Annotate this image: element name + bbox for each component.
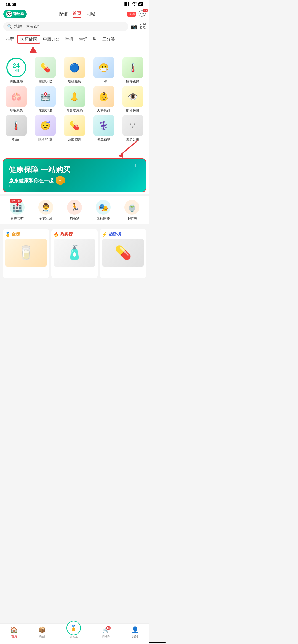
service-item-expert[interactable]: 👨‍⚕️ 专家在线 <box>38 200 53 221</box>
product-item-kids[interactable]: 👶 儿科药品 <box>90 86 118 113</box>
product-item-slim[interactable]: 💊 减肥塑身 <box>60 115 89 142</box>
product-item-cold[interactable]: 💊 感冒咳嗽 <box>31 57 60 84</box>
health-banner[interactable]: + 健康保障 一站购买 京东健康和你在一起 + + <box>3 158 146 192</box>
nav-tab-home[interactable]: 首页 <box>73 11 81 18</box>
service-row: 🏥 发热门诊 看病买药 👨‍⚕️ 专家在线 🏃 药急送 🎭 体检医美 🍵 中药房 <box>0 196 149 224</box>
service-label-delivery: 药急送 <box>70 216 79 221</box>
banner-plus-tl: + <box>134 162 137 168</box>
activity-button[interactable]: 活动 <box>127 12 136 17</box>
svg-line-12 <box>121 140 138 154</box>
section-divider-1 <box>0 194 149 196</box>
nav-tab-local[interactable]: 同城 <box>86 11 95 17</box>
shield-icon: + <box>56 176 65 186</box>
rankings-section: 🥇 金榜 🥛 🔥 热卖榜 🧴 ⚡ 趋势榜 💊 <box>0 226 149 278</box>
product-label-kids: 儿科药品 <box>97 108 110 113</box>
status-bar: 19:56 ▐▌▌ 45 <box>0 0 149 8</box>
product-item-more[interactable]: ● ● ▼ 更多分类 <box>119 115 147 142</box>
scan-icon[interactable] <box>140 23 146 30</box>
service-label-buy: 看病买药 <box>10 216 24 221</box>
product-label-slim: 减肥塑身 <box>68 137 81 142</box>
banner-plus-br: + <box>8 184 10 188</box>
rank-icon-gold: 🥇 <box>5 232 10 237</box>
search-bar: 🔍 📷 <box>0 20 149 33</box>
product-item-family[interactable]: 🏥 家庭护理 <box>31 86 60 113</box>
product-item-thermo[interactable]: 🌡️ 体温计 <box>2 115 30 142</box>
service-item-checkup[interactable]: 🎭 体检医美 <box>96 200 111 221</box>
banner-section: + 健康保障 一站购买 京东健康和你在一起 + + <box>0 155 149 194</box>
bottom-spacer <box>0 278 149 300</box>
product-grid-section: 24 小时 防疫直播 💊 感冒咳嗽 🔵 增强免疫 😷 口罩 <box>0 54 149 144</box>
rank-card-hot[interactable]: 🔥 热卖榜 🧴 <box>51 229 98 278</box>
search-icon: 🔍 <box>7 24 12 29</box>
svg-marker-13 <box>119 152 124 158</box>
search-input-wrap[interactable]: 🔍 <box>3 22 128 31</box>
message-badge: 23 <box>143 9 148 12</box>
rank-title-trend: 趋势榜 <box>109 232 121 237</box>
wifi-icon <box>132 2 137 7</box>
message-button[interactable]: 💬 23 <box>138 10 146 18</box>
product-item-eyemask[interactable]: 😴 眼罩/耳塞 <box>31 115 60 142</box>
service-item-buy[interactable]: 🏥 发热门诊 看病买药 <box>10 200 25 221</box>
rank-product-gold: 🥛 <box>5 239 47 267</box>
service-icon-delivery: 🏃 <box>67 200 82 215</box>
service-item-delivery[interactable]: 🏃 药急送 <box>67 200 82 221</box>
nav-tab-explore[interactable]: 探馆 <box>59 11 68 17</box>
fever-badge: 发热门诊 <box>10 199 22 203</box>
svg-line-10 <box>145 28 145 29</box>
product-label-mask: 口罩 <box>100 79 107 84</box>
rank-icon-trend: ⚡ <box>102 232 108 237</box>
rank-card-gold[interactable]: 🥇 金榜 🥛 <box>3 229 49 278</box>
nav-tabs: 探馆 首页 同城 <box>30 11 124 18</box>
cat-item-fresh[interactable]: 生鲜 <box>76 36 90 43</box>
product-label-family: 家庭护理 <box>39 108 52 113</box>
rank-title-hot: 热卖榜 <box>60 232 73 237</box>
status-icons: ▐▌▌ 45 <box>123 2 143 7</box>
banner-subtitle: 京东健康和你在一起 + <box>9 176 65 186</box>
product-label-wellness: 养生器械 <box>97 137 110 142</box>
product-item-eye[interactable]: 👁️ 眼部保健 <box>119 86 147 113</box>
logo-text: 球迷季 <box>13 12 24 17</box>
status-time: 19:56 <box>6 2 16 7</box>
cat-item-health[interactable]: 医药健康 <box>17 35 40 44</box>
battery-icon: 45 <box>138 2 143 6</box>
product-item-wellness[interactable]: ⚕️ 养生器械 <box>90 115 118 142</box>
cat-item-computer[interactable]: 电脑办公 <box>40 36 62 43</box>
product-label-respiratory: 呼吸系统 <box>10 108 23 113</box>
24h-circle: 24 小时 <box>6 58 26 77</box>
header-right: 活动 💬 23 <box>127 10 146 18</box>
product-item-respiratory[interactable]: 🫁 呼吸系统 <box>2 86 30 113</box>
camera-icon[interactable]: 📷 <box>131 23 137 30</box>
product-label-ent: 耳鼻喉用药 <box>66 108 83 113</box>
product-item-mask[interactable]: 😷 口罩 <box>90 57 118 84</box>
category-nav: 推荐 医药健康 电脑办公 手机 生鲜 男 三分类 <box>0 33 149 45</box>
svg-rect-5 <box>140 27 141 28</box>
service-icon-tcm: 🍵 <box>124 200 139 215</box>
search-input[interactable] <box>14 24 124 29</box>
product-label-cold: 感冒咳嗽 <box>39 79 52 84</box>
product-item-immune[interactable]: 🔵 增强免疫 <box>60 57 89 84</box>
cat-item-recommend[interactable]: 推荐 <box>3 36 17 43</box>
cat-item-men[interactable]: 男 <box>90 36 100 43</box>
cat-item-three[interactable]: 三分类 <box>100 36 118 43</box>
product-item-ent[interactable]: 👃 耳鼻喉用药 <box>60 86 89 113</box>
logo-badge[interactable]: 🐼 球迷季 <box>3 10 27 18</box>
service-label-tcm: 中药房 <box>127 216 137 221</box>
service-icon-buy: 🏥 发热门诊 <box>10 200 25 215</box>
service-item-tcm[interactable]: 🍵 中药房 <box>124 200 139 221</box>
rank-icon-hot: 🔥 <box>54 232 59 237</box>
product-label-eye: 眼部保健 <box>126 108 139 113</box>
banner-title: 健康保障 一站购买 <box>9 165 71 175</box>
product-label-thermo: 体温计 <box>11 137 21 142</box>
header: 🐼 球迷季 探馆 首页 同城 活动 💬 23 <box>0 8 149 20</box>
rank-header-gold: 🥇 金榜 <box>5 232 47 237</box>
rank-product-trend: 💊 <box>102 239 144 267</box>
product-item-fever[interactable]: 🌡️ 解热镇痛 <box>119 57 147 84</box>
cat-item-phone[interactable]: 手机 <box>62 36 76 43</box>
red-arrow-up <box>25 45 41 54</box>
rank-header-trend: ⚡ 趋势榜 <box>102 232 144 237</box>
product-label-fever: 解热镇痛 <box>126 79 139 84</box>
rank-card-trend[interactable]: ⚡ 趋势榜 💊 <box>100 229 146 278</box>
svg-rect-3 <box>140 24 141 25</box>
service-label-checkup: 体检医美 <box>97 216 110 221</box>
product-item-24h[interactable]: 24 小时 防疫直播 <box>2 57 30 84</box>
